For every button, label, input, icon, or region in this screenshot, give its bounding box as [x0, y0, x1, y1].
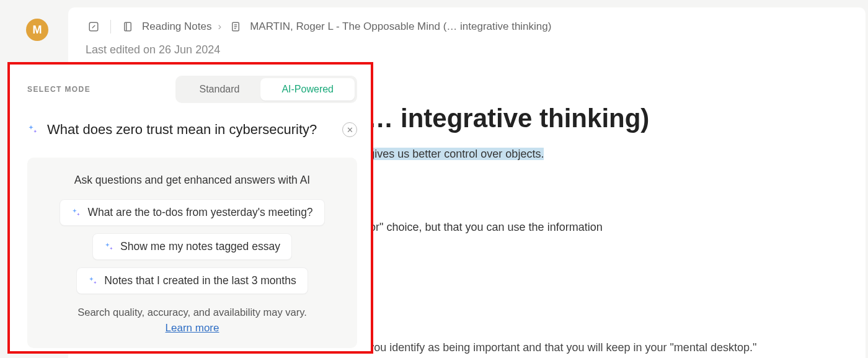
last-edited-label: Last edited on 26 Jun 2024 — [68, 38, 866, 56]
mode-row: SELECT MODE Standard AI-Powered — [27, 76, 357, 103]
suggestion-chip[interactable]: Notes that I created in the last 3 month… — [76, 267, 308, 294]
tab-ai-powered[interactable]: AI-Powered — [260, 78, 355, 101]
disclaimer-text: Search quality, accuracy, and availabili… — [46, 307, 339, 318]
suggestion-list: What are the to-dos from yesterday's mee… — [46, 199, 339, 294]
learn-more-link[interactable]: Learn more — [46, 322, 339, 334]
topbar: Reading Notes › MARTIN, Roger L - The Op… — [68, 7, 866, 38]
breadcrumb-current[interactable]: MARTIN, Roger L - The Opposable Mind (… … — [250, 20, 551, 33]
suggestion-text: Notes that I created in the last 3 month… — [104, 274, 296, 287]
notebook-icon — [120, 19, 136, 35]
page-icon — [228, 19, 244, 35]
avatar[interactable]: M — [26, 19, 48, 41]
suggestion-text: What are the to-dos from yesterday's mee… — [87, 206, 312, 219]
svg-rect-1 — [125, 22, 131, 31]
search-input[interactable] — [47, 122, 334, 138]
search-row: ✕ — [27, 122, 357, 138]
chevron-right-icon: › — [218, 20, 221, 33]
mode-segmented-control: Standard AI-Powered — [175, 76, 357, 103]
divider — [110, 20, 111, 34]
ai-suggestions-panel: Ask questions and get enhanced answers w… — [27, 158, 357, 348]
sparkle-icon — [27, 124, 38, 135]
breadcrumb-parent[interactable]: Reading Notes — [142, 20, 211, 33]
search-modal: SELECT MODE Standard AI-Powered ✕ Ask qu… — [7, 62, 373, 354]
breadcrumb: Reading Notes › MARTIN, Roger L - The Op… — [120, 19, 551, 35]
suggestion-text: Show me my notes tagged essay — [120, 240, 280, 253]
clear-icon[interactable]: ✕ — [342, 122, 357, 137]
expand-icon[interactable] — [86, 19, 102, 35]
tab-standard[interactable]: Standard — [178, 78, 260, 101]
select-mode-label: SELECT MODE — [27, 85, 91, 94]
panel-title: Ask questions and get enhanced answers w… — [46, 174, 339, 187]
suggestion-chip[interactable]: What are the to-dos from yesterday's mee… — [60, 199, 324, 226]
suggestion-chip[interactable]: Show me my notes tagged essay — [92, 233, 292, 260]
